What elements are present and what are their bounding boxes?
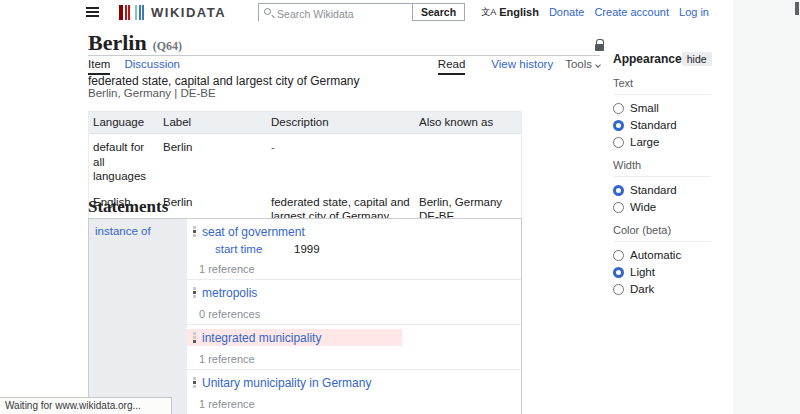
claim-value-link[interactable]: Unitary municipality in Germany <box>202 376 371 390</box>
qualifier-value: 1999 <box>294 243 320 255</box>
rank-selector-icon[interactable] <box>193 287 196 298</box>
wikidata-logo[interactable]: WIKIDATA <box>119 5 226 20</box>
claim-value-link[interactable]: metropolis <box>202 286 257 300</box>
claim-value-link[interactable]: seat of government <box>202 225 305 239</box>
section-label-text: Text <box>613 77 711 95</box>
radio-icon <box>613 137 624 148</box>
title-divider <box>88 55 600 56</box>
wikidata-logo-bars-icon <box>119 5 144 20</box>
section-label-width: Width <box>613 159 711 177</box>
col-description: Description <box>267 112 415 133</box>
term-description[interactable]: - <box>267 134 415 188</box>
scrollbar-thumb[interactable] <box>795 2 799 15</box>
claim-seat-of-government: seat of government start time 1999 1 ref… <box>187 219 521 280</box>
create-account-link[interactable]: Create account <box>594 6 669 18</box>
log-in-link[interactable]: Log in <box>679 6 709 18</box>
header-user-links: 文A English Donate Create account Log in <box>481 6 709 19</box>
radio-icon <box>613 250 624 261</box>
radio-checked-icon <box>613 267 624 278</box>
tab-read[interactable]: Read <box>438 58 466 75</box>
term-aliases[interactable] <box>415 134 523 188</box>
claim-integrated-municipality: integrated municipality 1 reference <box>187 325 521 370</box>
radio-text-large[interactable]: Large <box>613 136 711 148</box>
radio-icon <box>613 103 624 114</box>
references-toggle[interactable]: 0 references <box>187 308 521 320</box>
claim-qualifier: start time 1999 <box>187 241 521 256</box>
table-row: default for all languages Berlin - <box>89 134 521 188</box>
rank-selector-icon[interactable] <box>193 226 196 237</box>
term-label[interactable]: Berlin <box>159 134 267 188</box>
radio-color-dark[interactable]: Dark <box>613 283 711 295</box>
statements-group: instance of seat of government start tim… <box>88 218 522 414</box>
browser-right-margin <box>733 0 800 414</box>
tools-menu[interactable]: Tools <box>565 58 600 70</box>
browser-status-text: Waiting for www.wikidata.org... <box>0 397 172 414</box>
references-toggle[interactable]: 1 reference <box>187 263 521 275</box>
entity-description: federated state, capital and largest cit… <box>88 74 359 88</box>
radio-checked-icon <box>613 185 624 196</box>
search-bar: Search <box>258 3 465 21</box>
term-language: default for all languages <box>89 134 159 188</box>
language-selector[interactable]: 文A English <box>481 6 539 19</box>
entity-aliases: Berlin, Germany | DE-BE <box>88 87 216 99</box>
donate-link[interactable]: Donate <box>549 6 584 18</box>
search-icon <box>264 8 271 15</box>
terms-table-header: Language Label Description Also known as <box>89 112 521 134</box>
qualifier-property-link[interactable]: start time <box>215 243 294 255</box>
references-toggle[interactable]: 1 reference <box>187 398 521 410</box>
col-label: Label <box>159 112 267 133</box>
radio-color-light[interactable]: Light <box>613 266 711 278</box>
chevron-down-icon <box>595 62 601 68</box>
statements-heading: Statements <box>88 197 168 217</box>
site-header: WIKIDATA Search 文A English Donate Create… <box>0 0 733 24</box>
radio-checked-icon <box>613 120 624 131</box>
radio-width-wide[interactable]: Wide <box>613 201 711 213</box>
claim-unitary-municipality: Unitary municipality in Germany 1 refere… <box>187 370 521 414</box>
claims-column: seat of government start time 1999 1 ref… <box>187 219 521 414</box>
deprecated-statement-highlight: integrated municipality <box>187 329 402 346</box>
radio-text-small[interactable]: Small <box>613 102 711 114</box>
protection-lock-icon <box>595 44 604 51</box>
claim-value-link[interactable]: integrated municipality <box>202 331 321 345</box>
section-label-color: Color (beta) <box>613 224 711 242</box>
radio-icon <box>613 284 624 295</box>
radio-color-automatic[interactable]: Automatic <box>613 249 711 261</box>
hamburger-menu-icon[interactable] <box>86 7 99 17</box>
appearance-hide-button[interactable]: hide <box>682 52 712 66</box>
entity-title: Berlin <box>88 30 147 55</box>
search-input[interactable] <box>259 6 412 22</box>
appearance-heading: Appearance <box>613 52 682 66</box>
rank-selector-icon[interactable] <box>193 377 196 388</box>
references-toggle[interactable]: 1 reference <box>187 353 521 365</box>
language-label: English <box>499 6 539 18</box>
tab-discussion[interactable]: Discussion <box>124 58 180 73</box>
search-button[interactable]: Search <box>412 3 465 21</box>
page-tabs: Item Discussion Read View history Tools <box>88 58 600 75</box>
claim-metropolis: metropolis 0 references <box>187 280 521 325</box>
col-language: Language <box>89 112 159 133</box>
rank-selector-icon[interactable] <box>193 332 196 343</box>
col-also-known-as: Also known as <box>415 112 523 133</box>
tab-item[interactable]: Item <box>88 58 110 75</box>
radio-width-standard[interactable]: Standard <box>613 184 711 196</box>
entity-id: (Q64) <box>153 39 182 53</box>
language-icon: 文A <box>481 6 496 19</box>
appearance-panel: Appearance hide Text Small Standard Larg… <box>613 52 711 300</box>
page-title: Berlin(Q64) <box>88 30 182 56</box>
radio-text-standard[interactable]: Standard <box>613 119 711 131</box>
tab-view-history[interactable]: View history <box>491 58 553 73</box>
property-instance-of-link[interactable]: instance of <box>95 225 151 237</box>
radio-icon <box>613 202 624 213</box>
wikidata-logo-text: WIKIDATA <box>151 5 226 20</box>
statement-property-column: instance of <box>89 219 187 414</box>
